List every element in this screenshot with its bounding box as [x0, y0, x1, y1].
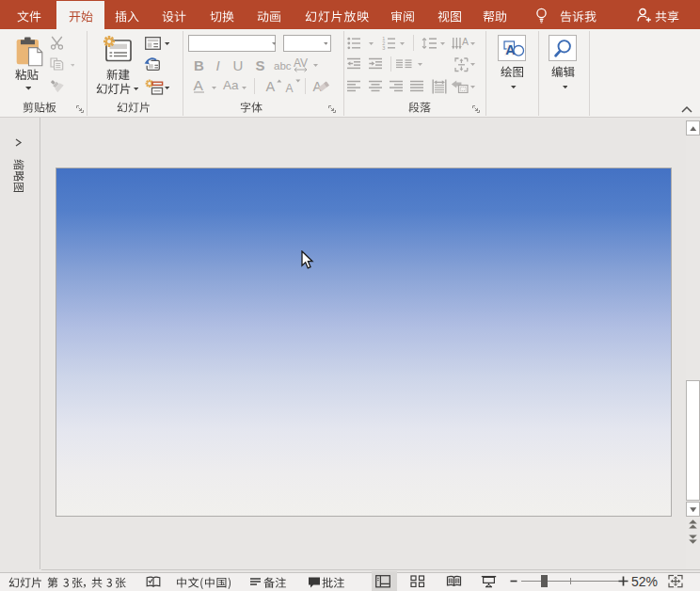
svg-text:A: A: [462, 37, 469, 47]
svg-text:3: 3: [382, 45, 385, 50]
